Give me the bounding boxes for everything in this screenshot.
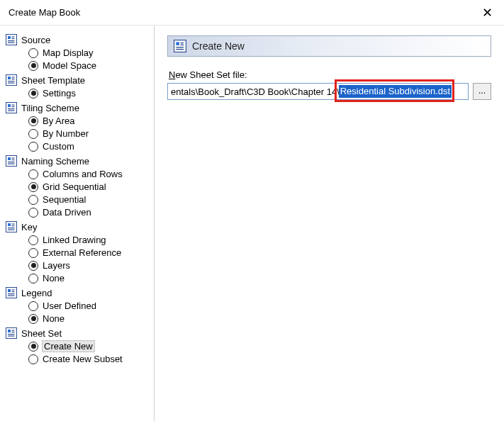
svg-rect-1 bbox=[8, 36, 11, 39]
nav-item-label: Model Space bbox=[43, 60, 96, 71]
radio-icon bbox=[28, 89, 38, 99]
svg-rect-26 bbox=[12, 224, 15, 225]
nav-item-label: Custom bbox=[43, 141, 74, 152]
svg-rect-8 bbox=[12, 77, 15, 78]
svg-rect-17 bbox=[8, 111, 15, 111]
nav-item[interactable]: Columns and Rows bbox=[26, 168, 151, 180]
nav-item-label: Settings bbox=[43, 88, 76, 99]
svg-rect-47 bbox=[176, 49, 184, 50]
sheet-set-file-input-wrap: Residential Subdivision.dst bbox=[167, 83, 469, 100]
nav-group-header[interactable]: Sheet Template bbox=[6, 74, 151, 86]
svg-rect-43 bbox=[176, 42, 179, 45]
svg-rect-30 bbox=[6, 288, 17, 298]
page-icon bbox=[6, 327, 17, 339]
panel-header: Create New bbox=[167, 35, 491, 57]
svg-rect-2 bbox=[12, 37, 15, 38]
nav-item-label: Data Driven bbox=[43, 207, 91, 218]
svg-rect-39 bbox=[12, 332, 15, 332]
nav-item[interactable]: Map Display bbox=[26, 47, 151, 59]
radio-icon bbox=[28, 314, 38, 324]
nav-group-items: Settings bbox=[26, 87, 151, 99]
nav-item[interactable]: Data Driven bbox=[26, 206, 151, 218]
nav-item[interactable]: By Number bbox=[26, 128, 151, 140]
svg-rect-45 bbox=[181, 45, 184, 45]
svg-rect-16 bbox=[8, 108, 15, 109]
svg-rect-5 bbox=[8, 43, 15, 43]
nav-group-header[interactable]: Key bbox=[6, 221, 151, 232]
sheet-set-file-label: New Sheet Set file: bbox=[169, 69, 491, 80]
page-icon bbox=[6, 155, 17, 167]
nav-item[interactable]: Sequential bbox=[26, 193, 151, 206]
radio-icon bbox=[28, 301, 38, 311]
nav-group-header[interactable]: Source bbox=[6, 34, 151, 45]
nav-item-label: Map Display bbox=[43, 47, 94, 58]
nav-item-label: By Area bbox=[43, 116, 75, 126]
svg-rect-9 bbox=[12, 79, 15, 79]
nav-item[interactable]: User Defined bbox=[26, 300, 151, 312]
radio-icon bbox=[28, 235, 38, 245]
svg-rect-34 bbox=[8, 293, 15, 294]
svg-rect-25 bbox=[8, 223, 11, 226]
svg-rect-29 bbox=[8, 230, 15, 230]
svg-rect-32 bbox=[12, 290, 15, 291]
nav-group-header[interactable]: Naming Scheme bbox=[6, 155, 151, 167]
panel-title: Create New bbox=[192, 40, 245, 52]
nav-item[interactable]: Grid Sequential bbox=[26, 181, 151, 193]
svg-rect-28 bbox=[8, 228, 15, 228]
radio-icon bbox=[28, 248, 38, 258]
nav-item[interactable]: Create New Subset bbox=[26, 353, 151, 365]
svg-rect-20 bbox=[12, 158, 15, 159]
page-icon bbox=[6, 287, 17, 298]
nav-item[interactable]: Linked Drawing bbox=[26, 234, 151, 246]
nav-group-header[interactable]: Legend bbox=[6, 287, 151, 298]
nav-item-label: External Reference bbox=[43, 247, 121, 258]
radio-icon bbox=[28, 182, 38, 192]
nav-item[interactable]: External Reference bbox=[26, 247, 151, 259]
radio-icon bbox=[28, 169, 38, 179]
nav-item-label: Sequential bbox=[43, 194, 86, 205]
close-button[interactable]: ✕ bbox=[478, 6, 495, 19]
sheet-set-file-row: Residential Subdivision.dst ... bbox=[167, 83, 491, 100]
radio-icon bbox=[28, 116, 38, 126]
nav-item[interactable]: By Area bbox=[26, 115, 151, 127]
nav-item[interactable]: Custom bbox=[26, 140, 151, 152]
svg-rect-35 bbox=[8, 296, 15, 296]
nav-group-label: Key bbox=[21, 222, 37, 232]
dialog-body: SourceMap DisplayModel SpaceSheet Templa… bbox=[0, 26, 504, 421]
nav-sidebar: SourceMap DisplayModel SpaceSheet Templa… bbox=[0, 26, 155, 421]
titlebar: Create Map Book ✕ bbox=[0, 0, 504, 26]
nav-group-header[interactable]: Sheet Set bbox=[6, 327, 151, 339]
nav-item-label: Linked Drawing bbox=[43, 235, 106, 245]
nav-item[interactable]: Create New bbox=[26, 340, 151, 352]
browse-button[interactable]: ... bbox=[473, 83, 491, 100]
svg-rect-38 bbox=[12, 330, 15, 331]
nav-item-label: Create New Subset bbox=[43, 354, 123, 364]
radio-icon bbox=[28, 142, 38, 152]
window-title: Create Map Book bbox=[9, 7, 80, 18]
page-icon bbox=[6, 74, 17, 86]
nav-item[interactable]: None bbox=[26, 313, 151, 325]
nav-item[interactable]: None bbox=[26, 272, 151, 284]
nav-item[interactable]: Layers bbox=[26, 259, 151, 271]
nav-item[interactable]: Settings bbox=[26, 87, 151, 99]
svg-rect-21 bbox=[12, 159, 15, 160]
svg-rect-31 bbox=[8, 289, 11, 292]
panel-icon bbox=[174, 40, 186, 52]
radio-icon bbox=[28, 195, 38, 205]
svg-rect-12 bbox=[6, 103, 17, 113]
svg-rect-42 bbox=[174, 40, 186, 52]
radio-icon bbox=[28, 274, 38, 284]
nav-group-label: Sheet Set bbox=[21, 328, 62, 339]
nav-group-items: User DefinedNone bbox=[26, 300, 151, 325]
nav-group-header[interactable]: Tiling Scheme bbox=[6, 102, 151, 113]
svg-rect-37 bbox=[8, 330, 11, 332]
radio-icon bbox=[28, 261, 38, 271]
nav-group-label: Tiling Scheme bbox=[21, 103, 79, 113]
svg-rect-46 bbox=[176, 47, 184, 47]
nav-group-items: Create NewCreate New Subset bbox=[26, 340, 151, 365]
nav-group-items: Map DisplayModel Space bbox=[26, 47, 151, 72]
svg-rect-22 bbox=[8, 162, 15, 162]
svg-rect-14 bbox=[12, 105, 15, 106]
page-icon bbox=[6, 102, 17, 113]
nav-item[interactable]: Model Space bbox=[26, 60, 151, 72]
